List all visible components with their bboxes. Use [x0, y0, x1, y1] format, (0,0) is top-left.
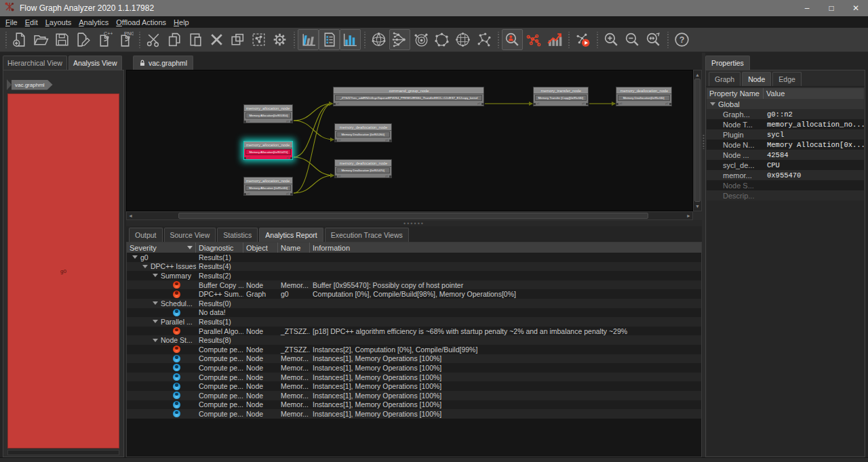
tab-edge[interactable]: Edge [772, 72, 802, 86]
help-button[interactable]: ? [671, 29, 692, 50]
graph-node-dealloc3[interactable]: memory_deallocation_nodeMemory Deallocat… [616, 87, 672, 106]
close-button[interactable]: ✕ [844, 0, 868, 16]
graph-overview-rect[interactable]: g0 [7, 93, 119, 448]
expander-icon[interactable] [153, 320, 158, 323]
property-row[interactable]: Node S... [707, 180, 864, 190]
critical-path-button[interactable] [502, 29, 523, 50]
property-row[interactable]: Node ...42584 [707, 150, 864, 160]
analytics-result-row[interactable]: Compute pe...NodeMemor...Instances[1], M… [127, 381, 701, 391]
tab-execution-trace-views[interactable]: Execution Trace Views [325, 228, 409, 242]
analytics-result-row[interactable]: Compute pe...NodeMemor...Instances[1], M… [127, 391, 701, 400]
tab-source-view[interactable]: Source View [164, 228, 216, 242]
graph-node-cgn[interactable]: command_group_node_ZTSZZ7vec_addRN2cl4sy… [333, 87, 484, 106]
expander-icon[interactable] [142, 265, 148, 268]
grid-layout-button[interactable] [452, 29, 473, 50]
tab-analytics-report[interactable]: Analytics Report [259, 228, 323, 242]
property-column-value[interactable]: Value [764, 88, 864, 99]
export-png-button[interactable]: PNG [115, 29, 136, 50]
paste-button[interactable] [185, 29, 206, 50]
chart-view-button[interactable] [340, 29, 361, 50]
graph-canvas[interactable]: memory_allocation_nodeMemory Allocation[… [126, 70, 693, 211]
analytics-group-row[interactable]: SummaryResults(2) [127, 271, 701, 280]
analytics-group-row[interactable]: Schedul...Results(0) [127, 299, 701, 308]
edit-graph-button[interactable] [73, 29, 94, 50]
graph-node-transfer[interactable]: memory_transfer_nodeMemory Transfer [Cop… [533, 87, 589, 106]
tab-properties[interactable]: Properties [705, 56, 750, 70]
menu-offload-actions[interactable]: Offload Actions [116, 18, 166, 26]
tab-statistics[interactable]: Statistics [217, 228, 258, 242]
horizontal-scrollbar-thumb[interactable] [178, 213, 648, 219]
analytics-result-row[interactable]: Compute pe...NodeMemor...Instances[1], M… [127, 409, 701, 419]
zoom-in-button[interactable] [601, 29, 622, 50]
graph-node-alloc2[interactable]: memory_allocation_nodeMemory Allocation[… [243, 141, 293, 160]
expander-icon[interactable] [153, 274, 158, 277]
duplicate-selection-button[interactable] [227, 29, 248, 50]
column-header-severity[interactable]: Severity [127, 243, 196, 253]
analytics-group-row[interactable]: DPC++ IssuesResults(4) [127, 262, 701, 272]
menu-analytics[interactable]: Analytics [79, 18, 108, 26]
delete-button[interactable] [206, 29, 227, 50]
graph-node-alloc1[interactable]: memory_allocation_nodeMemory Allocation[… [243, 104, 293, 123]
maximize-button[interactable]: □ [819, 0, 844, 16]
expander-icon[interactable] [153, 339, 158, 342]
menu-file[interactable]: File [5, 18, 18, 26]
performance-trend-button[interactable] [544, 29, 565, 50]
analytics-result-row[interactable]: Compute pe...NodeMemor...Instances[1], M… [127, 354, 701, 364]
analytics-result-row[interactable]: Compute pe...NodeMemor...Instances[1], M… [127, 363, 701, 373]
cut-button[interactable] [143, 29, 164, 50]
open-graph-button[interactable] [31, 29, 52, 50]
menu-edit[interactable]: Edit [25, 18, 38, 26]
tab-hierarchical-view[interactable]: Hierarchical View [3, 56, 67, 70]
export-cpp-button[interactable]: C++ [94, 29, 115, 50]
analytics-group-row[interactable]: Node St...Results(8) [127, 335, 701, 345]
copy-button[interactable] [164, 29, 185, 50]
analytics-result-row[interactable]: Compute pe...NodeMemor...Instances[1], M… [127, 373, 701, 382]
tab-node[interactable]: Node [742, 72, 771, 86]
preferences-button[interactable] [269, 29, 290, 50]
properties-group-row[interactable]: Global [707, 99, 864, 109]
canvas-horizontal-scrollbar[interactable]: ◄ ► [126, 211, 693, 220]
graph-node-alloc3[interactable]: memory_allocation_nodeMemory Allocation … [243, 177, 293, 196]
save-button[interactable] [52, 29, 73, 50]
minimize-button[interactable]: – [795, 0, 819, 16]
highlight-graph-button[interactable] [523, 29, 544, 50]
radial-layout-button[interactable] [410, 29, 431, 50]
new-graph-button[interactable] [9, 29, 31, 50]
report-view-button[interactable] [319, 29, 340, 50]
zoom-fit-button[interactable] [643, 29, 664, 50]
sphere-layout-button[interactable] [368, 29, 389, 50]
column-header-name[interactable]: Name [278, 243, 310, 253]
tab-vac-graphml[interactable]: vac.graphml [133, 56, 193, 70]
property-row[interactable]: Pluginsycl [707, 129, 864, 140]
graph-node-dealloc1[interactable]: memory_deallocation_nodeMemory Deallocat… [334, 123, 392, 142]
property-row[interactable]: sycl_de...CPU [707, 160, 864, 170]
run-analysis-button[interactable] [572, 29, 593, 50]
property-row[interactable]: memor...0x955470 [707, 170, 864, 180]
expander-icon[interactable] [132, 255, 138, 259]
expander-icon[interactable] [153, 301, 158, 305]
analytics-result-row[interactable]: Compute pe...Node_ZTSZZ...Instances[2], … [127, 345, 701, 354]
analytics-result-row[interactable]: Buffer Copy ...NodeMemor...Buffer [0x955… [127, 280, 701, 290]
property-row[interactable]: Descrip... [707, 190, 864, 201]
property-row[interactable]: Node T...memory_allocation_no... [707, 119, 864, 129]
menu-layouts[interactable]: Layouts [45, 18, 72, 26]
menu-help[interactable]: Help [174, 18, 189, 26]
breadcrumb[interactable]: vac.graphml [7, 79, 53, 90]
analytics-group-row[interactable]: Parallel ...Results(1) [127, 317, 701, 327]
tab-output[interactable]: Output [129, 228, 163, 242]
horizontal-splitter[interactable]: •••••• [126, 220, 702, 226]
select-nodes-button[interactable] [248, 29, 269, 50]
performance-view-button[interactable] [298, 29, 319, 50]
column-header-object[interactable]: Object [243, 243, 278, 253]
graph-node-dealloc2[interactable]: memory_deallocation_nodeMemory Deallocat… [334, 159, 392, 178]
analytics-result-row[interactable]: Compute pe...NodeMemor...Instances[1], M… [127, 400, 701, 410]
tab-graph[interactable]: Graph [709, 72, 741, 86]
property-row[interactable]: Graph...g0::n2 [707, 109, 864, 119]
tab-analysis-view[interactable]: Analysis View [68, 56, 122, 70]
analytics-group-row[interactable]: g0Results(1) [127, 253, 701, 262]
column-header-diagnostic[interactable]: Diagnostic [196, 243, 243, 253]
zoom-out-button[interactable] [622, 29, 643, 50]
property-column-name[interactable]: Property Name [707, 88, 764, 99]
column-header-information[interactable]: Information [310, 243, 701, 253]
canvas-vertical-scrollbar[interactable]: ▲ ▼ [693, 70, 702, 211]
